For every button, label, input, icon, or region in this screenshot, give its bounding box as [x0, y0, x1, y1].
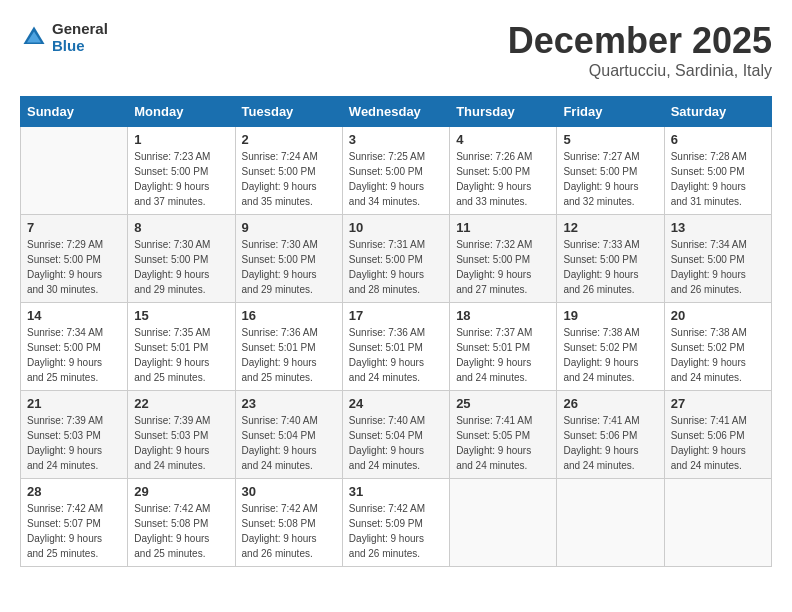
calendar-cell: 30Sunrise: 7:42 AM Sunset: 5:08 PM Dayli…	[235, 479, 342, 567]
calendar-cell: 26Sunrise: 7:41 AM Sunset: 5:06 PM Dayli…	[557, 391, 664, 479]
calendar-cell	[21, 127, 128, 215]
calendar-cell: 8Sunrise: 7:30 AM Sunset: 5:00 PM Daylig…	[128, 215, 235, 303]
calendar-cell: 20Sunrise: 7:38 AM Sunset: 5:02 PM Dayli…	[664, 303, 771, 391]
day-number: 2	[242, 132, 336, 147]
day-info: Sunrise: 7:30 AM Sunset: 5:00 PM Dayligh…	[134, 237, 228, 297]
day-number: 3	[349, 132, 443, 147]
day-number: 16	[242, 308, 336, 323]
calendar-cell: 9Sunrise: 7:30 AM Sunset: 5:00 PM Daylig…	[235, 215, 342, 303]
calendar-cell: 24Sunrise: 7:40 AM Sunset: 5:04 PM Dayli…	[342, 391, 449, 479]
calendar: SundayMondayTuesdayWednesdayThursdayFrid…	[20, 96, 772, 567]
day-info: Sunrise: 7:35 AM Sunset: 5:01 PM Dayligh…	[134, 325, 228, 385]
calendar-cell: 11Sunrise: 7:32 AM Sunset: 5:00 PM Dayli…	[450, 215, 557, 303]
calendar-cell: 13Sunrise: 7:34 AM Sunset: 5:00 PM Dayli…	[664, 215, 771, 303]
day-number: 23	[242, 396, 336, 411]
day-number: 7	[27, 220, 121, 235]
day-info: Sunrise: 7:34 AM Sunset: 5:00 PM Dayligh…	[27, 325, 121, 385]
day-info: Sunrise: 7:28 AM Sunset: 5:00 PM Dayligh…	[671, 149, 765, 209]
day-number: 17	[349, 308, 443, 323]
calendar-cell: 1Sunrise: 7:23 AM Sunset: 5:00 PM Daylig…	[128, 127, 235, 215]
day-number: 26	[563, 396, 657, 411]
day-number: 30	[242, 484, 336, 499]
calendar-cell: 14Sunrise: 7:34 AM Sunset: 5:00 PM Dayli…	[21, 303, 128, 391]
day-info: Sunrise: 7:42 AM Sunset: 5:07 PM Dayligh…	[27, 501, 121, 561]
day-number: 14	[27, 308, 121, 323]
day-number: 24	[349, 396, 443, 411]
calendar-cell: 3Sunrise: 7:25 AM Sunset: 5:00 PM Daylig…	[342, 127, 449, 215]
location-title: Quartucciu, Sardinia, Italy	[508, 62, 772, 80]
calendar-cell: 25Sunrise: 7:41 AM Sunset: 5:05 PM Dayli…	[450, 391, 557, 479]
calendar-cell: 2Sunrise: 7:24 AM Sunset: 5:00 PM Daylig…	[235, 127, 342, 215]
weekday-header: Thursday	[450, 97, 557, 127]
day-info: Sunrise: 7:36 AM Sunset: 5:01 PM Dayligh…	[349, 325, 443, 385]
day-number: 4	[456, 132, 550, 147]
day-info: Sunrise: 7:37 AM Sunset: 5:01 PM Dayligh…	[456, 325, 550, 385]
calendar-cell	[557, 479, 664, 567]
calendar-cell: 21Sunrise: 7:39 AM Sunset: 5:03 PM Dayli…	[21, 391, 128, 479]
day-info: Sunrise: 7:41 AM Sunset: 5:06 PM Dayligh…	[671, 413, 765, 473]
day-info: Sunrise: 7:24 AM Sunset: 5:00 PM Dayligh…	[242, 149, 336, 209]
day-info: Sunrise: 7:42 AM Sunset: 5:08 PM Dayligh…	[134, 501, 228, 561]
calendar-cell: 27Sunrise: 7:41 AM Sunset: 5:06 PM Dayli…	[664, 391, 771, 479]
day-info: Sunrise: 7:38 AM Sunset: 5:02 PM Dayligh…	[563, 325, 657, 385]
day-info: Sunrise: 7:39 AM Sunset: 5:03 PM Dayligh…	[27, 413, 121, 473]
day-info: Sunrise: 7:30 AM Sunset: 5:00 PM Dayligh…	[242, 237, 336, 297]
day-number: 28	[27, 484, 121, 499]
day-number: 8	[134, 220, 228, 235]
calendar-cell: 4Sunrise: 7:26 AM Sunset: 5:00 PM Daylig…	[450, 127, 557, 215]
day-info: Sunrise: 7:32 AM Sunset: 5:00 PM Dayligh…	[456, 237, 550, 297]
calendar-cell: 5Sunrise: 7:27 AM Sunset: 5:00 PM Daylig…	[557, 127, 664, 215]
day-number: 21	[27, 396, 121, 411]
day-info: Sunrise: 7:26 AM Sunset: 5:00 PM Dayligh…	[456, 149, 550, 209]
calendar-cell: 15Sunrise: 7:35 AM Sunset: 5:01 PM Dayli…	[128, 303, 235, 391]
calendar-cell: 28Sunrise: 7:42 AM Sunset: 5:07 PM Dayli…	[21, 479, 128, 567]
day-info: Sunrise: 7:31 AM Sunset: 5:00 PM Dayligh…	[349, 237, 443, 297]
day-number: 18	[456, 308, 550, 323]
logo-icon	[20, 23, 48, 51]
calendar-cell: 16Sunrise: 7:36 AM Sunset: 5:01 PM Dayli…	[235, 303, 342, 391]
day-info: Sunrise: 7:42 AM Sunset: 5:09 PM Dayligh…	[349, 501, 443, 561]
weekday-header: Sunday	[21, 97, 128, 127]
calendar-cell: 29Sunrise: 7:42 AM Sunset: 5:08 PM Dayli…	[128, 479, 235, 567]
day-info: Sunrise: 7:23 AM Sunset: 5:00 PM Dayligh…	[134, 149, 228, 209]
day-info: Sunrise: 7:42 AM Sunset: 5:08 PM Dayligh…	[242, 501, 336, 561]
weekday-header: Saturday	[664, 97, 771, 127]
day-info: Sunrise: 7:36 AM Sunset: 5:01 PM Dayligh…	[242, 325, 336, 385]
day-info: Sunrise: 7:40 AM Sunset: 5:04 PM Dayligh…	[242, 413, 336, 473]
day-info: Sunrise: 7:25 AM Sunset: 5:00 PM Dayligh…	[349, 149, 443, 209]
day-number: 11	[456, 220, 550, 235]
calendar-cell: 6Sunrise: 7:28 AM Sunset: 5:00 PM Daylig…	[664, 127, 771, 215]
day-info: Sunrise: 7:33 AM Sunset: 5:00 PM Dayligh…	[563, 237, 657, 297]
weekday-header: Friday	[557, 97, 664, 127]
day-info: Sunrise: 7:41 AM Sunset: 5:05 PM Dayligh…	[456, 413, 550, 473]
calendar-cell: 12Sunrise: 7:33 AM Sunset: 5:00 PM Dayli…	[557, 215, 664, 303]
day-number: 12	[563, 220, 657, 235]
calendar-cell	[450, 479, 557, 567]
day-number: 29	[134, 484, 228, 499]
day-info: Sunrise: 7:39 AM Sunset: 5:03 PM Dayligh…	[134, 413, 228, 473]
day-number: 10	[349, 220, 443, 235]
header: General Blue December 2025 Quartucciu, S…	[20, 20, 772, 80]
title-area: December 2025 Quartucciu, Sardinia, Ital…	[508, 20, 772, 80]
day-number: 19	[563, 308, 657, 323]
day-info: Sunrise: 7:40 AM Sunset: 5:04 PM Dayligh…	[349, 413, 443, 473]
day-info: Sunrise: 7:41 AM Sunset: 5:06 PM Dayligh…	[563, 413, 657, 473]
day-info: Sunrise: 7:27 AM Sunset: 5:00 PM Dayligh…	[563, 149, 657, 209]
day-number: 20	[671, 308, 765, 323]
calendar-cell: 18Sunrise: 7:37 AM Sunset: 5:01 PM Dayli…	[450, 303, 557, 391]
weekday-header: Tuesday	[235, 97, 342, 127]
calendar-cell: 10Sunrise: 7:31 AM Sunset: 5:00 PM Dayli…	[342, 215, 449, 303]
calendar-cell: 23Sunrise: 7:40 AM Sunset: 5:04 PM Dayli…	[235, 391, 342, 479]
day-number: 15	[134, 308, 228, 323]
day-number: 22	[134, 396, 228, 411]
day-number: 9	[242, 220, 336, 235]
day-number: 1	[134, 132, 228, 147]
logo-text: General Blue	[52, 20, 108, 54]
calendar-cell	[664, 479, 771, 567]
day-info: Sunrise: 7:34 AM Sunset: 5:00 PM Dayligh…	[671, 237, 765, 297]
day-number: 31	[349, 484, 443, 499]
weekday-header: Wednesday	[342, 97, 449, 127]
day-number: 6	[671, 132, 765, 147]
day-number: 5	[563, 132, 657, 147]
calendar-cell: 31Sunrise: 7:42 AM Sunset: 5:09 PM Dayli…	[342, 479, 449, 567]
